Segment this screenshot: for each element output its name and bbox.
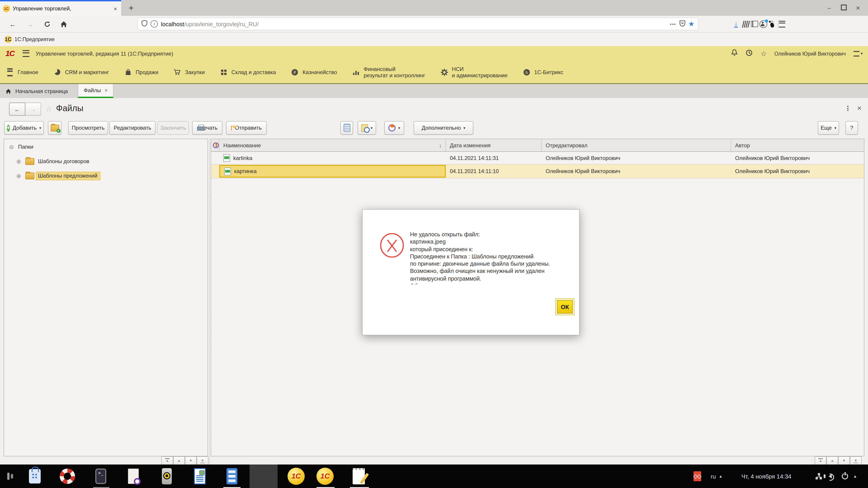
form-kebab-icon[interactable]: ⋮	[844, 104, 851, 112]
scroll-bottom-button[interactable]: ▼	[197, 456, 209, 465]
favorites-star-icon[interactable]: ☆	[761, 50, 767, 58]
expand-icon[interactable]: ⊕	[16, 172, 22, 179]
notifications-bell-icon[interactable]	[731, 49, 738, 58]
user-menu-icon[interactable]: ▾	[854, 51, 863, 56]
additional-button[interactable]: Дополнительно▾	[414, 121, 473, 135]
table-header: Наименование↓ Дата изменения Отредактиро…	[211, 139, 864, 152]
history-forward-button[interactable]: →	[25, 103, 41, 116]
column-date[interactable]: Дата изменения	[446, 139, 541, 151]
ribbon-item-sales[interactable]: Продажи	[124, 68, 158, 76]
key-column-header[interactable]	[211, 139, 219, 151]
scroll-bottom-button[interactable]: ▼	[850, 456, 862, 465]
tab-files[interactable]: Файлы ×	[78, 84, 114, 98]
language-indicator[interactable]: ru▲	[711, 464, 723, 488]
more-button[interactable]: Еще▾	[818, 121, 839, 135]
edit-button[interactable]: Редактировать	[110, 121, 156, 135]
expand-icon[interactable]: ⊕	[16, 158, 22, 165]
tab-close-icon[interactable]: ×	[112, 5, 119, 12]
pocket-icon[interactable]	[679, 20, 685, 28]
app-menu-icon[interactable]	[22, 50, 29, 57]
apps-menu-icon[interactable]	[1, 467, 20, 486]
file-manager-icon[interactable]	[222, 467, 241, 486]
browser-tab[interactable]: 1С Управление торговлей, ×	[0, 0, 121, 16]
reload-icon[interactable]	[41, 18, 53, 30]
1c-app-icon-2[interactable]: 1С	[315, 467, 335, 486]
view-button[interactable]: Просмотреть	[68, 121, 108, 135]
print-button[interactable]: Печать	[192, 121, 222, 135]
selected-folder-label[interactable]: Шаблоны предложений	[36, 172, 100, 180]
create-folder-button[interactable]: +	[48, 121, 61, 135]
column-author[interactable]: Автор	[731, 139, 864, 151]
folder-item-contracts[interactable]: ⊕ Шаблоны договоров	[4, 156, 208, 167]
minimize-button[interactable]: –	[822, 4, 836, 11]
ok-button[interactable]: ОК	[557, 300, 573, 314]
column-edited[interactable]: Отредактировал	[541, 139, 731, 151]
network-icon[interactable]	[815, 464, 822, 488]
ribbon-item-warehouse[interactable]: Склад и доставка	[220, 68, 276, 76]
scroll-top-button[interactable]: ▲	[815, 456, 827, 465]
page-actions-icon[interactable]: •••	[670, 22, 676, 26]
table-row-selected[interactable]: картинка 04.11.2021 14:11:10 Олейников Ю…	[211, 164, 864, 178]
terminal-icon[interactable]: >_	[91, 467, 110, 486]
scroll-down-button[interactable]: ▼	[838, 456, 850, 465]
ribbon-item-purchases[interactable]: Закупки	[174, 68, 205, 76]
panel-divider[interactable]	[209, 139, 210, 464]
shield-icon[interactable]	[142, 20, 147, 28]
folder-tree-root[interactable]: ⊖ Папки	[4, 141, 208, 153]
collapse-icon[interactable]: ⊖	[8, 143, 14, 150]
ribbon-item-main[interactable]: Главное	[6, 68, 38, 76]
screen: 1С Управление торговлей, × + – × ← → i l…	[0, 0, 868, 488]
url-text[interactable]: localhost/upravlenie_torgovlej/ru_RU/	[161, 21, 667, 27]
column-name[interactable]: Наименование↓	[219, 139, 446, 151]
tray-expand-icon[interactable]: ▲	[853, 464, 857, 488]
url-bar[interactable]: i localhost/upravlenie_torgovlej/ru_RU/ …	[137, 18, 699, 30]
scroll-down-button[interactable]: ▼	[185, 456, 197, 465]
text-editor-icon[interactable]	[349, 467, 368, 486]
maximize-button[interactable]	[836, 4, 851, 11]
folder-item-proposals[interactable]: ⊕ Шаблоны предложений	[4, 170, 208, 182]
help-lifebuoy-icon[interactable]	[58, 467, 77, 486]
add-button[interactable]: + Добавить▾	[4, 121, 44, 135]
file-versions-button[interactable]: ▾	[358, 121, 376, 135]
scroll-top-button[interactable]: ▲	[161, 456, 173, 465]
software-store-icon[interactable]	[25, 467, 44, 486]
selected-name-cell[interactable]: картинка	[219, 165, 446, 177]
home-icon[interactable]	[57, 18, 70, 30]
notification-badge[interactable]	[693, 464, 701, 488]
menu-hamburger-icon[interactable]	[776, 18, 788, 30]
forward-icon[interactable]: →	[24, 18, 36, 30]
help-button[interactable]: ?	[845, 121, 858, 135]
bookmark-star-icon[interactable]: ★	[688, 20, 694, 28]
journal-button[interactable]	[340, 121, 353, 135]
document-clock-icon[interactable]	[124, 467, 143, 486]
volume-icon[interactable]	[829, 464, 835, 488]
table-row[interactable]: kartinka 04.11.2021 14:11:31 Олейников Ю…	[211, 152, 864, 164]
user-name[interactable]: Олейников Юрий Викторович	[774, 51, 846, 56]
close-window-button[interactable]: ×	[851, 4, 865, 12]
back-icon[interactable]: ←	[6, 18, 19, 30]
site-info-icon[interactable]: i	[151, 20, 158, 28]
add-favorite-star-icon[interactable]: ☆	[45, 104, 52, 114]
tab-home[interactable]: Начальная страница	[0, 84, 78, 98]
new-tab-button[interactable]: +	[125, 2, 137, 14]
firefox-icon[interactable]	[254, 467, 273, 486]
writer-document-icon[interactable]	[190, 467, 209, 486]
scroll-up-button[interactable]: ▲	[173, 456, 185, 465]
ribbon-item-crm[interactable]: CRM и маркетинг	[54, 68, 109, 76]
clock-date[interactable]: Чт, 4 ноября 14:34	[741, 464, 792, 488]
power-icon[interactable]	[842, 464, 848, 488]
history-icon[interactable]	[746, 49, 753, 58]
ribbon-item-finance[interactable]: Финансовыйрезультат и контроллинг	[352, 66, 425, 78]
history-back-button[interactable]: ←	[9, 103, 25, 116]
ribbon-item-treasury[interactable]: ₽ Казначейство	[291, 68, 337, 76]
send-button[interactable]: Отправить	[226, 121, 267, 135]
form-close-icon[interactable]: ×	[857, 104, 862, 113]
tab-files-close-icon[interactable]: ×	[105, 87, 108, 94]
signature-button[interactable]: ▾	[384, 121, 404, 135]
media-player-icon[interactable]	[157, 467, 176, 486]
ribbon-item-bitrix[interactable]: b 1С-Битрикс	[523, 68, 563, 76]
ribbon-item-nsi-admin[interactable]: НСИи администрирование	[440, 66, 507, 78]
bookmark-item[interactable]: 1С:Предприятие	[14, 37, 55, 42]
1c-app-icon[interactable]: 1С	[287, 467, 306, 486]
scroll-up-button[interactable]: ▲	[827, 456, 838, 465]
